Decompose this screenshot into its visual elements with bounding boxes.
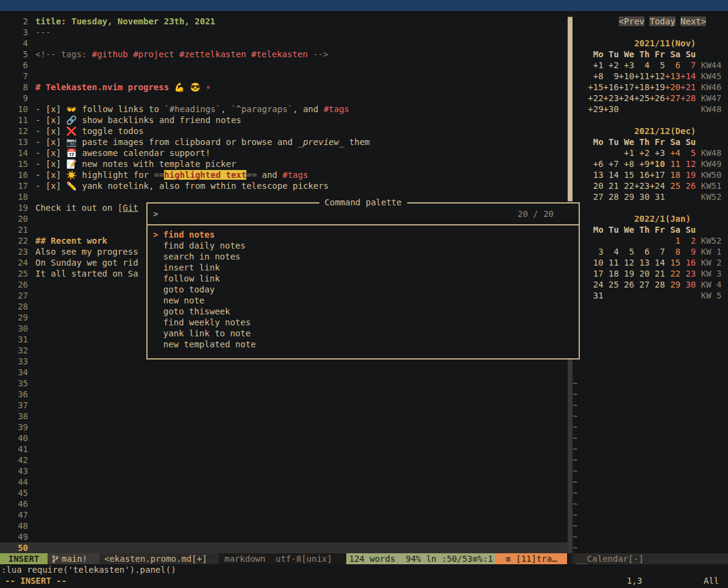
calendar-day-cell[interactable]: 19 xyxy=(680,170,696,180)
calendar-day-cell[interactable]: +20 xyxy=(665,82,680,92)
editor-line[interactable]: 36 xyxy=(0,389,568,400)
editor-line[interactable]: 49 xyxy=(0,531,568,542)
calendar-day-cell[interactable]: 16 xyxy=(680,258,696,267)
calendar-today-cell[interactable]: *10 xyxy=(649,159,665,169)
calendar-day-cell[interactable]: 5 xyxy=(680,148,696,158)
editor-line[interactable]: 13- [x] 📷 paste images from clipboard or… xyxy=(0,136,568,147)
text-segment: highlighted text xyxy=(164,170,246,180)
calendar-day-cell[interactable]: +14 xyxy=(680,71,696,81)
word-count-segment: 124 words 94% ln :50/53≡%:1 xyxy=(346,553,496,564)
calendar-day-cell[interactable]: 23 xyxy=(680,269,696,278)
editor-line[interactable]: 46 xyxy=(0,498,568,509)
calendar-day-cell[interactable]: 25 xyxy=(665,181,680,191)
calendar-line: 2022/1(Jan) xyxy=(573,213,728,224)
editor-line[interactable]: 3--- xyxy=(0,27,568,38)
mode-indicator: INSERT xyxy=(0,553,48,564)
calendar-line: 1 2 KW52 xyxy=(573,235,728,246)
editor-line[interactable]: 16- [x] ☀️ highlight for ==highlighted t… xyxy=(0,169,568,180)
line-text xyxy=(28,356,35,367)
calendar-day-cell[interactable]: 9 xyxy=(680,247,696,257)
calendar-day-cell[interactable]: 6 xyxy=(665,60,680,70)
text-segment xyxy=(696,82,701,92)
calendar-day-cell[interactable]: +4 xyxy=(665,148,680,158)
line-text xyxy=(28,224,35,235)
calendar-day-cell[interactable]: 12 xyxy=(680,159,696,169)
text-segment: #github #project #zettelkasten #telekast… xyxy=(92,49,308,59)
editor-line[interactable]: 15- [x] 📝 new notes with template picker xyxy=(0,158,568,169)
text-segment: , xyxy=(221,104,231,114)
line-text: title: Tuesday, November 23th, 2021 xyxy=(28,16,215,27)
calendar-day-cell[interactable]: 30 xyxy=(680,280,696,289)
tilde-marker: ~ xyxy=(573,400,577,410)
editor-line[interactable]: 34 xyxy=(0,367,568,378)
palette-item[interactable]: goto thisweek xyxy=(153,306,573,317)
editor-line[interactable]: 41 xyxy=(0,444,568,455)
palette-item[interactable]: goto today xyxy=(153,284,573,295)
editor-line-cursor[interactable]: 50 xyxy=(0,542,568,553)
palette-item[interactable]: find weekly notes xyxy=(153,317,573,328)
palette-item[interactable]: insert link xyxy=(153,262,573,273)
palette-item-selected[interactable]: > find notes xyxy=(153,229,573,240)
calendar-day-cell[interactable]: +28 xyxy=(680,93,696,103)
editor-line[interactable]: 2title: Tuesday, November 23th, 2021 xyxy=(0,16,568,27)
calendar-line: 3 4 5 6 7 8 9 KW 1 xyxy=(573,246,728,257)
editor-line[interactable]: 45 xyxy=(0,487,568,498)
palette-item[interactable]: new templated note xyxy=(153,339,573,350)
text-segment xyxy=(696,170,701,180)
editor-line[interactable]: 48 xyxy=(0,520,568,531)
palette-item[interactable]: new note xyxy=(153,295,573,306)
editor-line[interactable]: 18 xyxy=(0,191,568,202)
calendar-day-cell[interactable]: 8 xyxy=(665,247,680,257)
scrollbar-thumb[interactable] xyxy=(568,17,573,201)
text-segment: and xyxy=(257,170,282,180)
palette-item[interactable]: follow link xyxy=(153,273,573,284)
calendar-weekday-header: Mo Tu We Th Fr Sa Su xyxy=(593,49,696,59)
editor-line[interactable]: 35 xyxy=(0,378,568,389)
editor-line[interactable]: 9 xyxy=(0,93,568,104)
calendar-day-cell[interactable]: 26 xyxy=(680,181,696,191)
editor-line[interactable]: 10- [x] 👐 follow links to `#headings`, `… xyxy=(0,104,568,115)
calendar-window[interactable]: <Prev Today Next> 2021/11(Nov) Mo Tu We … xyxy=(573,16,728,553)
calendar-day-cell[interactable]: 22 xyxy=(665,269,680,278)
calendar-day-cell[interactable]: +13 xyxy=(665,71,680,81)
editor-line[interactable]: 5<!-- tags: #github #project #zettelkast… xyxy=(0,49,568,60)
calendar-day-cell[interactable]: 29 xyxy=(665,280,680,289)
calendar-day-cell[interactable]: +21 xyxy=(680,82,696,92)
editor-line[interactable]: 12- [x] ❌ toggle todos xyxy=(0,126,568,136)
calendar-day-cell[interactable]: 18 xyxy=(665,170,680,180)
calendar-prev-button[interactable]: <Prev xyxy=(619,16,644,26)
text-segment xyxy=(573,49,593,59)
editor-line[interactable]: 40 xyxy=(0,433,568,444)
calendar-line: 10 11 12 13 14 15 16 KW 2 xyxy=(573,257,728,268)
calendar-day-cell[interactable]: 7 xyxy=(680,60,696,70)
editor-line[interactable]: 38 xyxy=(0,411,568,422)
editor-line[interactable]: 11- [x] 🔗 show backlinks and friend note… xyxy=(0,115,568,126)
calendar-day-cell[interactable]: +27 xyxy=(665,93,680,103)
line-number: 30 xyxy=(0,323,28,334)
palette-item[interactable]: find daily notes xyxy=(153,240,573,251)
editor-line[interactable]: 43 xyxy=(0,466,568,476)
palette-item[interactable]: search in notes xyxy=(153,251,573,262)
calendar-day-cell[interactable]: 2 xyxy=(680,236,696,246)
palette-item[interactable]: yank link to note xyxy=(153,328,573,339)
tilde-marker: ~ xyxy=(573,532,577,542)
editor-line[interactable]: 6 xyxy=(0,60,568,71)
calendar-day-cell[interactable]: 11 xyxy=(665,159,680,169)
text-segment: +8 9+10+11+12 xyxy=(573,71,665,81)
editor-line[interactable]: 7 xyxy=(0,71,568,82)
editor-line[interactable]: 39 xyxy=(0,422,568,433)
editor-line[interactable]: 42 xyxy=(0,455,568,466)
calendar-next-button[interactable]: Next> xyxy=(680,16,706,26)
editor-line[interactable]: 14- [x] 📅 awesome calendar support! xyxy=(0,147,568,158)
editor-line[interactable]: 37 xyxy=(0,400,568,411)
text-segment: KW51 xyxy=(701,181,722,191)
calendar-day-cell[interactable]: 15 xyxy=(665,258,680,267)
editor-line[interactable]: 44 xyxy=(0,476,568,487)
editor-line[interactable]: 4 xyxy=(0,38,568,49)
editor-line[interactable]: 47 xyxy=(0,509,568,520)
calendar-day-cell[interactable]: 1 xyxy=(665,236,680,246)
editor-line[interactable]: 17- [x] ✏️ yank notelink, also from wthi… xyxy=(0,180,568,191)
calendar-today-button[interactable]: Today xyxy=(649,16,675,26)
tilde-marker: ~ xyxy=(573,455,577,465)
editor-line[interactable]: 8# Telekasten.nvim progress 💪 😎 ⚡ xyxy=(0,82,568,93)
